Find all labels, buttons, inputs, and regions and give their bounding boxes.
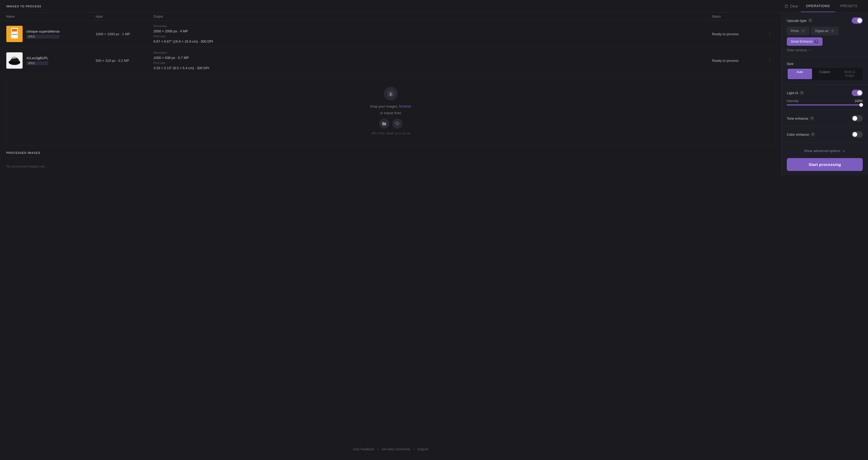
file-types-text: JPG, PNG, WebP up to 50 mb	[371, 132, 410, 135]
image-row: CLINIQUE clinique-superdefense JPEG 1000…	[0, 21, 781, 47]
file-name-clinique: clinique-superdefense	[26, 29, 60, 33]
size-tabs: Auto Custom Width & Height	[787, 68, 863, 80]
light-ai-help-icon[interactable]: ?	[800, 91, 804, 95]
output-clinique: Resolution 2000 × 2000 px · 4 MP Print s…	[153, 25, 712, 44]
size-label: Size	[787, 62, 794, 66]
footer-feedback[interactable]: Give Feedback	[353, 448, 374, 451]
color-enhance-label: Color enhance ?	[787, 132, 815, 137]
color-enhance-toggle[interactable]	[852, 131, 863, 138]
col-input: Input	[96, 15, 153, 19]
browse-link[interactable]: browse	[399, 104, 411, 108]
start-processing-button[interactable]: Start processing	[787, 158, 863, 171]
digital-art-help-icon[interactable]: ?	[830, 29, 835, 33]
drop-zone[interactable]: Drop your images, browse or import from	[6, 76, 775, 146]
footer: Give Feedback • Join beta community • Su…	[0, 443, 781, 455]
more-options-shoe[interactable]: ⋮	[765, 57, 775, 64]
intensity-slider-container: Intensity 100%	[787, 99, 863, 106]
input-clinique: 1000 × 1000 px · 1 MP	[96, 32, 153, 36]
smart-enhance-help-icon[interactable]: ?	[814, 39, 818, 44]
col-output: Output	[153, 15, 712, 19]
tone-enhance-toggle[interactable]	[852, 115, 863, 121]
top-nav: Clear OPERATIONS PRESETS	[781, 0, 868, 12]
size-tab-auto[interactable]: Auto	[787, 69, 812, 79]
thumbnail-shoe	[6, 52, 23, 69]
size-tab-width-height[interactable]: Width & Height	[838, 69, 862, 79]
image-name-cell: CLINIQUE clinique-superdefense JPEG	[6, 26, 96, 42]
processed-title: PROCESSED IMAGES	[6, 151, 40, 154]
footer-beta[interactable]: Join beta community	[381, 448, 410, 451]
svg-point-7	[9, 61, 20, 63]
cloud-import-btn[interactable]	[392, 119, 402, 128]
svg-rect-4	[11, 37, 17, 38]
light-ai-toggle[interactable]	[852, 90, 863, 96]
light-ai-label: Light AI ?	[787, 91, 804, 95]
light-ai-toggle-slider	[852, 90, 863, 96]
type-btn-photo[interactable]: Photo ?	[787, 27, 809, 35]
status-clinique: Ready to process	[712, 32, 765, 36]
size-tab-custom[interactable]: Custom	[812, 69, 837, 79]
name-info-shoe: 41Leu3gBUFL JPEG	[26, 56, 49, 65]
badge-clinique: JPEG	[26, 35, 60, 39]
intensity-label: Intensity	[787, 99, 799, 103]
toggle-knob	[857, 18, 862, 23]
tone-enhance-slider	[852, 115, 863, 121]
size-section: Size Auto Custom Width & Height	[781, 57, 868, 85]
slider-row: Intensity 100%	[787, 99, 863, 103]
color-enhance-help-icon[interactable]: ?	[811, 132, 815, 137]
col-name: Name	[6, 15, 96, 19]
tone-enhance-knob	[852, 116, 857, 121]
upscale-type-label: Upscale type ?	[787, 19, 812, 23]
color-enhance-knob	[852, 132, 857, 137]
tone-enhance-label: Tone enhance ?	[787, 116, 814, 120]
output-shoe: Resolution 1000 × 638 px · 0.7 MP Print …	[153, 51, 712, 70]
divider	[6, 157, 775, 157]
col-status: Status	[712, 15, 765, 19]
light-ai-toggle-knob	[857, 90, 862, 95]
color-enhance-row: Color enhance ?	[787, 131, 863, 138]
clear-button[interactable]: Clear	[781, 3, 801, 10]
intensity-value: 100%	[855, 99, 863, 103]
tab-presets[interactable]: PRESETS	[835, 0, 863, 12]
type-btn-smart-enhance[interactable]: Smart Enhance ?	[787, 37, 823, 46]
upscale-type-section: Upscale type ? Photo ?	[781, 12, 868, 57]
type-btn-digital-art[interactable]: Digital art ?	[811, 27, 839, 35]
input-shoe: 500 × 319 px · 0.2 MP	[96, 59, 153, 63]
name-info: clinique-superdefense JPEG	[26, 29, 60, 39]
file-name-shoe: 41Leu3gBUFL	[26, 56, 49, 60]
table-header: Name Input Output Status	[0, 12, 781, 21]
footer-support[interactable]: Support	[417, 448, 428, 451]
intensity-slider-thumb[interactable]	[859, 103, 863, 107]
badge-shoe: JPEG	[26, 61, 49, 65]
color-enhance-slider	[852, 131, 863, 138]
upload-icon	[384, 87, 398, 100]
light-ai-section: Light AI ? Intensity 100%	[781, 85, 868, 111]
intensity-slider-track[interactable]	[787, 105, 863, 106]
older-versions[interactable]: Older versions	[787, 48, 863, 52]
thumbnail-clinique: CLINIQUE	[6, 26, 23, 42]
show-advanced-options[interactable]: Show advanced options	[787, 147, 863, 155]
import-icons	[379, 119, 402, 128]
folder-import-btn[interactable]	[379, 119, 389, 128]
photo-help-icon[interactable]: ?	[801, 29, 805, 33]
svg-rect-2	[12, 29, 17, 32]
images-to-process-title: IMAGES TO PROCESS	[6, 5, 775, 8]
more-options-clinique[interactable]: ⋮	[765, 30, 775, 38]
upscale-type-toggle[interactable]	[852, 17, 863, 24]
color-enhance-section: Color enhance ?	[781, 126, 868, 143]
tone-enhance-row: Tone enhance ?	[787, 115, 863, 121]
tone-enhance-help-icon[interactable]: ?	[810, 116, 814, 120]
tab-operations[interactable]: OPERATIONS	[801, 0, 835, 12]
processed-section: PROCESSED IMAGES	[0, 146, 781, 157]
type-buttons: Photo ? Digital art ? Smart Enhance ?	[787, 27, 863, 46]
image-name-cell-shoe: 41Leu3gBUFL JPEG	[6, 52, 96, 69]
svg-text:CLINIQUE: CLINIQUE	[11, 34, 18, 35]
size-row: Size	[787, 62, 863, 66]
upscale-type-help-icon[interactable]: ?	[808, 19, 812, 23]
upscale-type-row: Upscale type ?	[787, 17, 863, 24]
clear-label: Clear	[790, 4, 798, 8]
no-processed-text: No processed images yet	[0, 160, 781, 173]
tone-enhance-section: Tone enhance ?	[781, 111, 868, 126]
intensity-slider-fill	[787, 105, 863, 106]
import-from-text: or import from	[380, 111, 401, 115]
image-row: 41Leu3gBUFL JPEG 500 × 319 px · 0.2 MP R…	[0, 47, 781, 74]
